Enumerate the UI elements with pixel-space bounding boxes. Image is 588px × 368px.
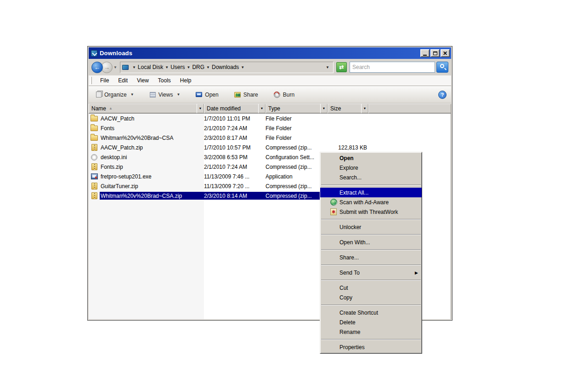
submenu-arrow-icon: ▶ [415, 270, 418, 275]
toolbar-grip [90, 77, 92, 84]
table-row[interactable]: AACW_Patch1/7/2010 11:01 PMFile Folder [89, 114, 451, 123]
chevron-down-icon: ▼ [176, 92, 180, 97]
menu-separator [321, 249, 421, 250]
breadcrumb-item-local-disk[interactable]: Local Disk [138, 64, 163, 70]
back-button[interactable]: ← [91, 62, 103, 73]
search-button[interactable] [436, 62, 448, 73]
column-filter-dropdown[interactable]: ▼ [361, 104, 368, 113]
breadcrumb-arrow-icon: ▼ [206, 65, 210, 69]
command-toolbar: Organize▼Views▼OpenShareBurn ? [89, 86, 451, 104]
file-row-columns: AACW_Patch.zip1/7/2010 10:57 PMCompresse… [100, 144, 368, 151]
context-menu-item-search[interactable]: Search... [320, 172, 422, 182]
column-filter-dropdown[interactable]: ▼ [320, 104, 328, 113]
menu-file[interactable]: File [96, 76, 113, 85]
context-menu-item-label: Rename [339, 329, 360, 335]
breadcrumb-item-downloads[interactable]: Downloads [212, 64, 239, 70]
column-filter-dropdown[interactable]: ▼ [258, 104, 266, 113]
menu-edit[interactable]: Edit [113, 76, 132, 85]
context-menu-item-delete[interactable]: Delete [320, 317, 422, 327]
breadcrumb-item-drg[interactable]: DRG [192, 64, 204, 70]
context-menu-item-unlocker[interactable]: Unlocker [320, 222, 422, 232]
burn-icon [274, 92, 280, 98]
file-name: fretpro-setup201.exe [100, 173, 204, 180]
menu-tools[interactable]: Tools [153, 76, 175, 85]
refresh-button[interactable]: ⇄ [336, 62, 347, 72]
toolbar-burn-button[interactable]: Burn [271, 90, 297, 100]
context-menu-item-open-with[interactable]: Open With... [320, 237, 422, 247]
table-row[interactable]: Whitman%20v%20Brad~CSA2/3/2010 8:17 AMFi… [89, 133, 451, 143]
file-type: Compressed (zip... [266, 183, 328, 190]
app-icon [91, 173, 98, 179]
context-menu-item-label: Scan with Ad-Aware [339, 199, 389, 206]
file-icon-cell [89, 126, 100, 131]
window-title: Downloads [100, 50, 419, 57]
file-icon-cell [89, 173, 100, 179]
context-menu-item-label: Properties [339, 344, 365, 351]
column-header-date-modified[interactable]: Date modified▼ [204, 104, 266, 113]
maximize-button[interactable] [430, 49, 440, 57]
context-menu-item-share[interactable]: Share... [320, 253, 422, 262]
column-header-row: Name▲▼Date modified▼Type▼Size▼ [89, 104, 451, 114]
context-menu-item-properties[interactable]: Properties [320, 342, 422, 352]
minimize-icon [423, 55, 427, 56]
toolbar-burn-label: Burn [283, 92, 294, 98]
context-menu-item-scan-with-ad-aware[interactable]: Scan with Ad-Aware [320, 197, 422, 207]
back-arrow-icon: ← [94, 64, 100, 71]
adaware-icon [330, 199, 337, 206]
search-input[interactable] [350, 62, 435, 73]
nav-history-dropdown[interactable]: ▼ [113, 65, 117, 69]
column-header-size[interactable]: Size▼ [328, 104, 368, 113]
file-name: Whitman%20v%20Brad~CSA [100, 135, 204, 141]
breadcrumb-folder-icon [122, 65, 129, 70]
context-menu-item-send-to[interactable]: Send To▶ [320, 268, 422, 277]
file-icon-cell [89, 183, 100, 190]
context-menu-item-label: Create Shortcut [339, 310, 378, 316]
context-menu-item-label: Open With... [339, 239, 370, 246]
context-menu-item-explore[interactable]: Explore [320, 163, 422, 172]
file-type: Compressed (zip... [266, 144, 328, 151]
column-header-type[interactable]: Type▼ [266, 104, 328, 113]
column-filter-dropdown[interactable]: ▼ [197, 104, 204, 113]
sort-ascending-icon: ▲ [109, 106, 113, 110]
context-menu-item-rename[interactable]: Rename [320, 327, 422, 337]
context-menu-item-submit-with-threatwork[interactable]: Submit with ThreatWork [320, 207, 422, 217]
menu-help[interactable]: Help [175, 76, 196, 85]
file-row-columns: Whitman%20v%20Brad~CSA2/3/2010 8:17 AMFi… [100, 134, 368, 142]
toolbar-open-button[interactable]: Open [193, 90, 221, 100]
table-row[interactable]: Fonts2/1/2010 7:24 AMFile Folder [89, 123, 451, 133]
file-icon-cell [89, 116, 100, 121]
context-menu-item-label: Unlocker [339, 224, 361, 230]
context-menu-item-copy[interactable]: Copy [320, 293, 422, 302]
toolbar-views-button[interactable]: Views▼ [147, 90, 183, 100]
table-row[interactable]: AACW_Patch.zip1/7/2010 10:57 PMCompresse… [89, 143, 451, 152]
file-type: Compressed (zip... [266, 164, 328, 170]
menu-view[interactable]: View [132, 76, 153, 85]
file-size: 122,813 KB [328, 144, 368, 151]
file-name: AACW_Patch [100, 115, 204, 122]
help-button[interactable]: ? [438, 91, 447, 99]
close-button[interactable]: ✕ [441, 49, 450, 57]
file-name: AACW_Patch.zip [100, 144, 204, 151]
search-icon [440, 64, 444, 68]
context-menu-item-label: Open [339, 155, 354, 161]
breadcrumb[interactable]: ▼Local Disk▼Users▼DRG▼Downloads▼ ▼ [120, 62, 334, 73]
share-icon [234, 92, 241, 98]
file-date-modified: 2/3/2010 8:17 AM [204, 135, 266, 141]
file-date-modified: 3/2/2008 6:53 PM [204, 154, 266, 161]
context-menu-item-create-shortcut[interactable]: Create Shortcut [320, 308, 422, 317]
downloads-folder-icon [91, 50, 97, 57]
toolbar-organize-button[interactable]: Organize▼ [93, 90, 137, 100]
address-dropdown-icon[interactable]: ▼ [326, 65, 329, 69]
file-type: Configuration Sett... [266, 154, 328, 161]
context-menu-item-extract-all[interactable]: Extract All... [320, 188, 422, 197]
minimize-button[interactable] [420, 49, 430, 57]
file-name: desktop.ini [100, 154, 204, 161]
breadcrumb-arrow-icon: ▼ [187, 65, 190, 69]
breadcrumb-item-users[interactable]: Users [170, 64, 185, 70]
column-header-name[interactable]: Name▲▼ [89, 104, 204, 113]
title-bar[interactable]: Downloads ✕ [89, 47, 451, 59]
toolbar-organize-label: Organize [104, 92, 127, 98]
context-menu-item-open[interactable]: Open [320, 153, 422, 163]
context-menu-item-cut[interactable]: Cut [320, 283, 422, 293]
toolbar-share-button[interactable]: Share [232, 90, 261, 100]
